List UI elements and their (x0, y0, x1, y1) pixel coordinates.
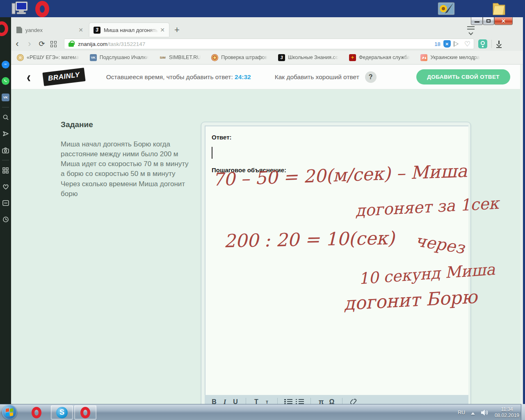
back-icon[interactable]: ‹ (11, 39, 23, 49)
timer-text: Оставшееся время, чтобы добавить ответ: … (106, 73, 251, 81)
opera-sidebar: VK (0, 17, 11, 404)
personal-news-icon[interactable] (0, 195, 11, 211)
secure-lock-icon[interactable] (68, 43, 74, 47)
taskbar-skype[interactable]: S (51, 405, 73, 420)
page-icon (16, 27, 22, 33)
start-button[interactable] (2, 405, 17, 420)
download-icon[interactable] (496, 41, 502, 47)
browser-window: ✕ VK (0, 17, 523, 404)
answer-editor-textarea[interactable]: Ответ: Пошаговое объяснение: (205, 126, 468, 395)
url-field[interactable]: znanija.com /task/31522147 18 ✕ ♡ (64, 39, 474, 49)
my-flow-icon[interactable] (0, 126, 11, 142)
opera-menu-icon[interactable] (0, 21, 8, 36)
tab-active-znanija[interactable]: 3 Миша начал догонять Бо ✕ (89, 23, 169, 37)
show-desktop-button[interactable] (521, 404, 525, 420)
whatsapp-badge (2, 77, 9, 85)
bookmark-label: «РЕШУ ЕГЭ»: матема (27, 55, 79, 60)
emblem-favicon (211, 54, 218, 61)
snapshot-camera-icon[interactable] (0, 142, 11, 158)
help-text-wrap: Как добавить хороший ответ ? (275, 71, 377, 83)
taskbar-opera-pinned[interactable] (25, 405, 48, 420)
bookmark-reshu-ege[interactable]: «РЕШУ ЕГЭ»: матема (17, 54, 79, 61)
bookmark-heart-icon[interactable]: ♡ (464, 40, 470, 48)
help-label: Как добавить хороший ответ (275, 73, 359, 81)
tab-strip: yandex ✕ 3 Миша начал догонять Бо ✕ + (11, 17, 523, 37)
taskbar: S RU 11:34 08.02.2019 (0, 404, 525, 420)
add-answer-button[interactable]: ДОБАВИТЬ СВОЙ ОТВЕТ (416, 69, 510, 84)
task-text: Миша начал догонять Борю когда расстояни… (61, 139, 194, 199)
clock[interactable]: 11:34 08.02.2019 (495, 406, 519, 419)
tab-close-icon[interactable]: ✕ (78, 27, 83, 33)
bookmarks-heart-icon[interactable] (0, 178, 11, 195)
url-path: /task/31522147 (107, 41, 145, 47)
bookmark-ukr-melodramy[interactable]: Украинские мелодра (420, 54, 479, 61)
federal-favicon (349, 54, 356, 61)
my-computer-icon[interactable] (11, 1, 28, 18)
answer-label: Ответ: (212, 134, 232, 141)
bookmark-federal[interactable]: Федеральная служба (349, 54, 410, 61)
new-tab-button[interactable]: + (174, 25, 180, 35)
bookmark-shtrafy[interactable]: Проверка штрафов (211, 54, 267, 61)
desktop-background-edge (523, 17, 525, 404)
folder-icon[interactable] (491, 1, 508, 18)
bookmarks-bar: «РЕШУ ЕГЭ»: матема VK Подслушано Ичалки … (11, 51, 523, 64)
opera-logo (35, 1, 49, 17)
system-tray: RU 11:34 08.02.2019 (458, 404, 519, 420)
page-scrollbar[interactable] (520, 65, 523, 420)
tray-date: 08.02.2019 (495, 413, 519, 418)
history-clock-icon[interactable] (0, 211, 11, 228)
bookmark-podslushano[interactable]: VK Подслушано Ичалки (90, 54, 148, 61)
tab-title: Миша начал догонять Бо (104, 27, 158, 33)
adblock-shield-icon[interactable]: ✕ (443, 40, 451, 48)
volume-icon[interactable] (481, 409, 489, 416)
timer-value: 24:32 (235, 73, 251, 80)
opera-icon (32, 407, 41, 418)
tab-close-icon[interactable]: ✕ (160, 27, 165, 33)
bookmark-label: Украинские мелодра (430, 55, 479, 60)
back-chevron-icon[interactable]: ‹ (27, 68, 31, 86)
toolbar-divider (491, 40, 492, 48)
opera-desktop-icon[interactable] (33, 1, 52, 16)
send-to-flow-icon[interactable] (454, 41, 461, 47)
blocked-count: 18 (434, 41, 440, 47)
bookmark-znanija[interactable]: 3 Школьные Знания.со (278, 54, 338, 61)
answer-editor-panel: Ответ: Пошаговое объяснение: B I U T т π… (201, 122, 471, 411)
url-domain: znanija.com (78, 41, 107, 47)
timer-label: Оставшееся время, чтобы добавить ответ: (106, 73, 235, 80)
taskbar-opera-active[interactable] (74, 405, 96, 420)
bookmark-label: Проверка штрафов (221, 55, 267, 60)
speed-dial-grid-icon[interactable] (50, 41, 57, 47)
address-bar: ‹ › ⟳ znanija.com /task/31522147 18 ✕ ♡ (11, 37, 523, 51)
sidebar-divider (2, 107, 9, 107)
whatsapp-icon[interactable] (0, 73, 11, 89)
tab-menu-icon[interactable] (467, 26, 475, 34)
skype-icon: S (56, 407, 68, 418)
explanation-label: Пошаговое объяснение: (212, 167, 286, 173)
bookmark-label: Подслушано Ичалки (100, 55, 148, 60)
znanija-favicon: 3 (278, 54, 285, 61)
sidebar-divider (2, 160, 9, 160)
brainly-logo[interactable]: BRAINLY (42, 68, 85, 86)
reload-icon[interactable]: ⟳ (36, 39, 48, 48)
vk-favicon: VK (90, 54, 97, 61)
help-question-icon[interactable]: ? (365, 71, 377, 83)
bookmark-simbilet[interactable]: SIM SIMBILET.RU (159, 54, 201, 61)
hidden-icons-arrow[interactable] (471, 410, 475, 415)
vk-icon[interactable]: VK (0, 89, 11, 105)
forward-icon[interactable]: › (23, 39, 36, 49)
tab-yandex[interactable]: yandex ✕ (12, 23, 87, 37)
windows-flag-icon (6, 409, 13, 416)
task-heading: Задание (61, 120, 93, 129)
znanija-favicon: 3 (94, 27, 100, 34)
messenger-badge (2, 61, 9, 68)
bookmark-label: Школьные Знания.со (288, 55, 338, 60)
photo-editor-icon[interactable] (437, 1, 455, 18)
search-icon[interactable] (0, 109, 11, 126)
speed-dial-icon[interactable] (0, 162, 11, 178)
language-indicator[interactable]: RU (458, 410, 465, 415)
brainly-header: ‹ BRAINLY Оставшееся время, чтобы добави… (11, 65, 520, 89)
extension-icon[interactable] (478, 39, 487, 48)
wave-favicon (420, 54, 427, 61)
messenger-icon[interactable] (0, 56, 11, 73)
vk-badge-label: VK (2, 94, 9, 101)
